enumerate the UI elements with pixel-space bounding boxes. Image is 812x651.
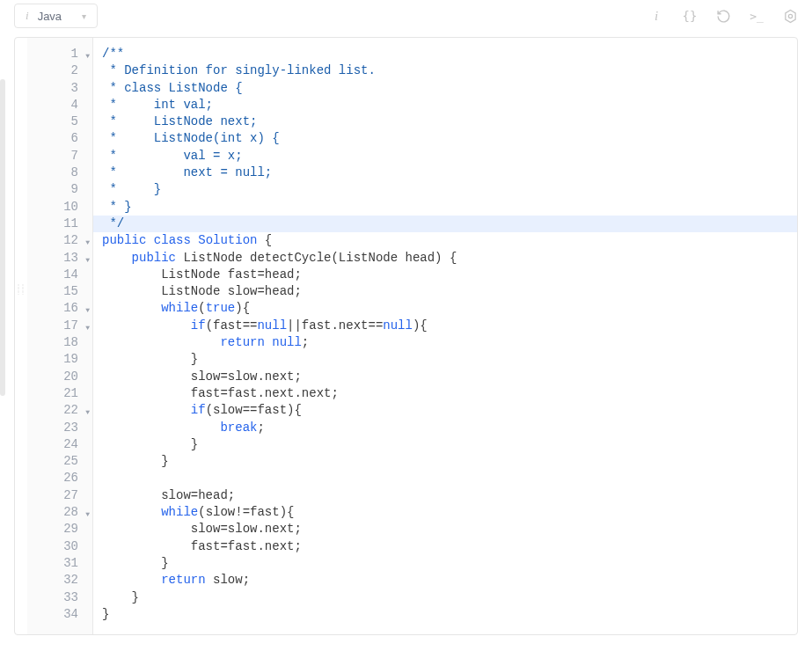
braces-icon[interactable]: {} — [682, 8, 698, 24]
line-number: 17▼ — [27, 318, 92, 334]
code-line[interactable]: } — [93, 351, 797, 368]
line-number: 10 — [27, 199, 92, 216]
code-line[interactable]: * ListNode next; — [93, 113, 797, 130]
line-number: 15 — [27, 283, 92, 300]
line-number: 4 — [27, 97, 92, 113]
code-line[interactable]: while(true){ — [93, 300, 797, 317]
line-number: 12▼ — [27, 232, 92, 249]
terminal-icon[interactable]: >_ — [749, 8, 764, 24]
code-line[interactable]: fast=fast.next.next; — [93, 385, 797, 402]
line-number: 9 — [27, 181, 92, 198]
code-line[interactable]: } — [93, 589, 797, 606]
code-line[interactable]: } — [93, 555, 797, 572]
chevron-down-icon: ▾ — [82, 11, 86, 21]
code-line[interactable] — [93, 470, 797, 486]
toolbar-right: i {} >_ — [648, 8, 798, 24]
code-line[interactable]: public ListNode detectCycle(ListNode hea… — [93, 250, 797, 267]
code-line[interactable]: * } — [93, 199, 797, 216]
code-content[interactable]: /** * Definition for singly-linked list.… — [93, 38, 797, 634]
line-number: 5 — [27, 113, 92, 130]
language-label: Java — [38, 10, 68, 23]
code-line[interactable]: break; — [93, 420, 797, 436]
settings-icon[interactable] — [782, 8, 798, 24]
line-number: 32 — [27, 572, 92, 589]
svg-point-1 — [788, 14, 792, 18]
line-number: 3 — [27, 80, 92, 97]
code-line[interactable]: /** — [93, 46, 797, 62]
line-number: 20 — [27, 369, 92, 385]
line-number: 25 — [27, 453, 92, 470]
code-line[interactable]: public class Solution { — [93, 232, 797, 249]
scrollbar-indicator — [0, 79, 5, 396]
line-number: 30 — [27, 538, 92, 555]
line-number: 14 — [27, 267, 92, 283]
line-number: 22▼ — [27, 402, 92, 419]
code-line[interactable]: * ListNode(int x) { — [93, 130, 797, 147]
code-line[interactable]: ListNode slow=head; — [93, 283, 797, 300]
undo-icon[interactable] — [715, 8, 731, 24]
code-line[interactable]: } — [93, 453, 797, 470]
language-selector[interactable]: i Java ▾ — [14, 4, 98, 28]
code-line[interactable]: * class ListNode { — [93, 80, 797, 97]
line-number-gutter: 1▼23456789101112▼13▼141516▼17▼1819202122… — [27, 38, 93, 634]
code-line[interactable]: if(fast==null||fast.next==null){ — [93, 318, 797, 334]
code-line[interactable]: slow=head; — [93, 487, 797, 504]
line-number: 1▼ — [27, 46, 92, 62]
line-number: 6 — [27, 130, 92, 147]
line-number: 7 — [27, 148, 92, 165]
line-number: 29 — [27, 521, 92, 538]
info-icon[interactable]: i — [648, 8, 664, 24]
line-number: 23 — [27, 420, 92, 436]
line-number: 2 — [27, 62, 92, 79]
line-number: 8 — [27, 165, 92, 181]
line-number: 34 — [27, 606, 92, 623]
code-line[interactable]: while(slow!=fast){ — [93, 504, 797, 521]
code-line[interactable]: } — [93, 436, 797, 453]
code-line[interactable]: * int val; — [93, 97, 797, 113]
code-editor: ⋮⋮ ⋮⋮ ⋮⋮ 1▼23456789101112▼13▼141516▼17▼1… — [14, 37, 798, 635]
code-line[interactable]: * val = x; — [93, 148, 797, 165]
code-line[interactable]: * Definition for singly-linked list. — [93, 62, 797, 79]
code-line[interactable]: fast=fast.next; — [93, 538, 797, 555]
line-number: 19 — [27, 351, 92, 368]
line-number: 13▼ — [27, 250, 92, 267]
line-number: 21 — [27, 385, 92, 402]
code-line[interactable]: slow=slow.next; — [93, 521, 797, 538]
info-icon: i — [26, 9, 29, 23]
code-line[interactable]: slow=slow.next; — [93, 369, 797, 385]
code-line[interactable]: ListNode fast=head; — [93, 267, 797, 283]
line-number: 11 — [27, 216, 92, 232]
code-line[interactable]: return slow; — [93, 572, 797, 589]
line-number: 28▼ — [27, 504, 92, 521]
code-line[interactable]: */ — [93, 216, 797, 232]
line-number: 27 — [27, 487, 92, 504]
code-line[interactable]: if(slow==fast){ — [93, 402, 797, 419]
line-number: 24 — [27, 436, 92, 453]
code-line[interactable]: * } — [93, 181, 797, 198]
code-line[interactable]: return null; — [93, 334, 797, 351]
drag-handle[interactable]: ⋮⋮ ⋮⋮ ⋮⋮ — [15, 38, 27, 634]
editor-toolbar: i Java ▾ i {} >_ — [0, 0, 812, 37]
toolbar-left: i Java ▾ — [14, 4, 98, 28]
code-line[interactable]: } — [93, 606, 797, 623]
line-number: 31 — [27, 555, 92, 572]
line-number: 16▼ — [27, 300, 92, 317]
line-number: 26 — [27, 470, 92, 486]
line-number: 33 — [27, 589, 92, 606]
svg-marker-0 — [785, 10, 794, 22]
code-line[interactable]: * next = null; — [93, 165, 797, 181]
line-number: 18 — [27, 334, 92, 351]
